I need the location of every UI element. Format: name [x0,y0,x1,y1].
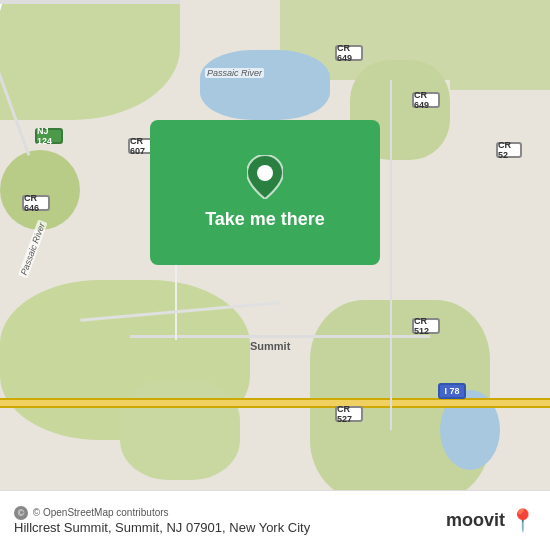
badge-cr527: CR 527 [335,406,363,422]
badge-i78: I 78 [438,383,466,399]
badge-nj124: NJ 124 [35,128,63,144]
moovit-wordmark: moovit [446,510,505,531]
water-area [200,50,330,120]
map-container: Passaic River Summit Passaic River NJ 12… [0,0,550,490]
svg-point-0 [257,165,273,181]
label-passaic-river: Passaic River [205,68,264,78]
bottom-left-section: © © OpenStreetMap contributors Hillcrest… [14,506,310,535]
badge-cr646: CR 646 [22,195,50,211]
green-area [450,0,550,90]
take-me-there-button[interactable]: Take me there [150,120,380,265]
location-pin-icon [247,155,283,199]
green-area [0,150,80,230]
bottom-bar: © © OpenStreetMap contributors Hillcrest… [0,490,550,550]
badge-cr649-2: CR 649 [412,92,440,108]
green-area [120,380,240,480]
road [0,0,180,4]
label-summit: Summit [248,340,292,352]
location-label: Hillcrest Summit, Summit, NJ 07901, New … [14,520,310,535]
road-vertical [390,80,392,430]
badge-cr512: CR 512 [412,318,440,334]
badge-cr52: CR 52 [496,142,522,158]
badge-cr649-1: CR 649 [335,45,363,61]
moovit-logo: moovit 📍 [446,508,536,534]
highway-78-line [0,398,550,400]
osm-attribution: © © OpenStreetMap contributors [14,506,310,520]
copyright-icon: © [14,506,28,520]
highway-78-line [0,406,550,408]
moovit-pin-icon: 📍 [509,508,536,534]
take-me-there-label: Take me there [205,209,325,230]
